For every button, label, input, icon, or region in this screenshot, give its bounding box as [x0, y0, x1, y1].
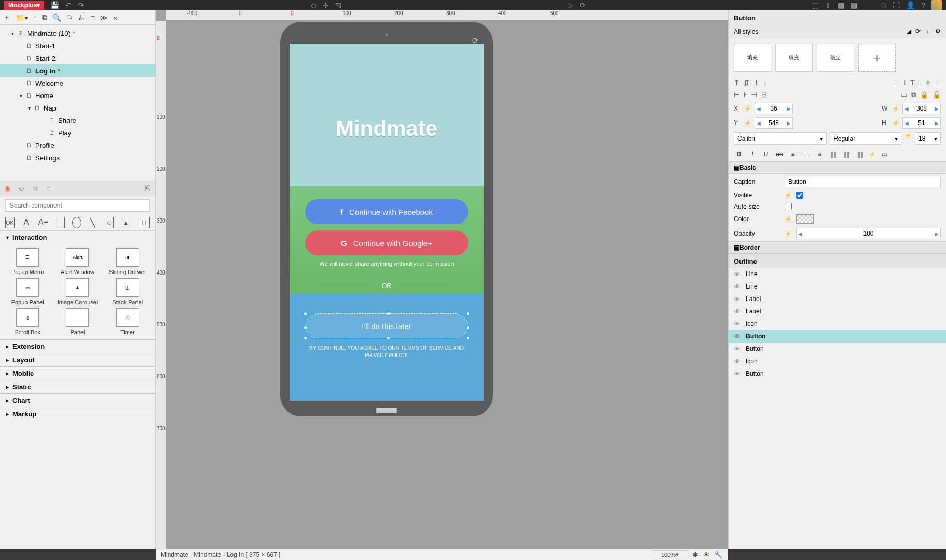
align-left-text-icon[interactable]: ≡	[788, 149, 798, 159]
tree-item-start1[interactable]: 🗋Start-1	[0, 39, 155, 52]
search-input[interactable]	[5, 199, 150, 212]
align-down-icon[interactable]: ↓	[763, 79, 767, 87]
device-screen[interactable]: ●●○○○ 中国移动 ᯤ 9:57 AM ⚙ ● ✱ 24%🔋 Mindmate…	[290, 44, 484, 401]
align-left-icon[interactable]: ⊢	[734, 91, 739, 99]
style-thumb-3[interactable]: 确定	[817, 44, 854, 72]
comp-popup-panel[interactable]: ▭Popup Panel	[4, 278, 51, 305]
section-mobile[interactable]: ▸Mobile	[0, 366, 155, 380]
print-icon[interactable]: 🖶	[78, 13, 86, 22]
expand-icon[interactable]: ⛶	[893, 1, 900, 9]
help-icon[interactable]: ?	[921, 1, 925, 9]
y-input[interactable]: ◀548▶	[755, 117, 793, 129]
save-icon[interactable]: 💾	[50, 1, 59, 9]
undo-icon[interactable]: ↶	[65, 1, 72, 9]
outline-item[interactable]: 👁Label	[729, 305, 946, 318]
text-color-icon[interactable]: ▭	[879, 149, 889, 159]
comp-image-carousel[interactable]: ▲Image Carousel	[54, 278, 101, 305]
wrench-icon[interactable]: 🔧	[714, 551, 723, 559]
grid-icon[interactable]: ▦	[838, 1, 844, 9]
tree-item-welcome[interactable]: 🗋Welcome	[0, 77, 155, 89]
mockup-later-button[interactable]: I'll do this later	[305, 313, 468, 338]
align-bottom-icon[interactable]: ⤓	[753, 79, 759, 87]
tree-root[interactable]: ▾🗎 Mindmate (10) *	[0, 27, 155, 39]
share-icon[interactable]: ⇪	[825, 1, 831, 9]
outline-item[interactable]: 👁Button	[729, 343, 946, 355]
valign-top-icon[interactable]: ‖‖	[828, 149, 839, 159]
comp-popup-menu[interactable]: ☰Popup Menu	[4, 248, 51, 275]
button-shape-icon[interactable]: OK	[5, 217, 15, 228]
style-thumb-1[interactable]: 填充	[734, 44, 771, 72]
x-input[interactable]: ◀36▶	[755, 103, 793, 114]
tree-item-settings[interactable]: 🗋Settings	[0, 152, 155, 164]
outline-item[interactable]: 👁Icon	[729, 318, 946, 330]
tree-item-home[interactable]: ▾🗋Home	[0, 89, 155, 102]
underline-icon[interactable]: U	[761, 149, 771, 159]
tab-components-icon[interactable]: ◉	[4, 184, 10, 193]
distribute-v-icon[interactable]: ⊤⊥	[910, 79, 921, 87]
tree-item-login[interactable]: 🗋Log In*	[0, 64, 155, 77]
text-shape-icon[interactable]: A	[22, 217, 31, 228]
app-logo[interactable]: Mockplus ▾	[4, 1, 44, 10]
section-interaction[interactable]: ▾Interaction	[0, 230, 155, 244]
input-shape-icon[interactable]: ⎕	[138, 217, 150, 228]
border-section[interactable]: ▣ Border	[729, 241, 946, 254]
collapse-components-icon[interactable]: ⇱	[145, 184, 151, 193]
valign-bot-icon[interactable]: ‖‖	[855, 149, 866, 159]
comp-timer[interactable]: 🕐Timer	[104, 308, 151, 335]
distribute-h-icon[interactable]: ⊢⊣	[894, 79, 906, 87]
mockup-google-button[interactable]: GContinue with Google+	[305, 230, 468, 255]
comp-scroll-box[interactable]: ▯Scroll Box	[4, 308, 51, 335]
align-center-text-icon[interactable]: ≣	[801, 149, 812, 159]
zoom-select[interactable]: 100% ▾	[652, 550, 688, 559]
align-right-icon[interactable]: ⊣	[751, 91, 757, 99]
mockup-fb-button[interactable]: fContinue with Facebook	[305, 199, 468, 224]
outline-item[interactable]: 👁Button	[729, 330, 946, 343]
unlock-icon[interactable]: 🔓	[933, 91, 941, 99]
outline-item[interactable]: 👁Button	[729, 367, 946, 380]
fill-icon[interactable]: ⊥	[935, 79, 941, 87]
corner-icon[interactable]: ◹	[335, 1, 341, 9]
section-layout[interactable]: ▸Layout	[0, 353, 155, 366]
folder-icon[interactable]: 📁▾	[16, 13, 28, 22]
style-refresh-icon[interactable]: ⟳	[915, 28, 921, 36]
h-input[interactable]: ◀51▶	[902, 117, 941, 129]
outline-item[interactable]: 👁Icon	[729, 355, 946, 367]
canvas-inner[interactable]: ⟳ ●●○○○ 中国移动 ᯤ 9:57 AM ⚙ ● ✱ 24%🔋 Mindma…	[166, 21, 728, 549]
outline-item[interactable]: 👁Line	[729, 268, 946, 280]
numbered-list-icon[interactable]: ≡	[91, 13, 95, 22]
crosshair-icon[interactable]: ✛	[323, 1, 329, 9]
tab-favorites-icon[interactable]: ☆	[32, 184, 39, 193]
add-page-icon[interactable]: ＋	[3, 13, 10, 22]
opacity-input[interactable]: ◀100▶	[796, 228, 941, 239]
section-extension[interactable]: ▸Extension	[0, 339, 155, 353]
up-icon[interactable]: ↑	[33, 13, 37, 22]
style-add-icon[interactable]: ＋	[925, 28, 931, 36]
align-top-icon[interactable]: ⤒	[734, 79, 739, 87]
bold-icon[interactable]: B	[734, 149, 744, 159]
rect-shape-icon[interactable]	[56, 217, 65, 228]
align-hcenter-icon[interactable]: ⊦	[744, 91, 747, 99]
valign-mid-icon[interactable]: ‖‖	[842, 149, 852, 159]
circle-shape-icon[interactable]	[72, 217, 81, 228]
align-justify-icon[interactable]: ⊟	[761, 91, 767, 99]
section-static[interactable]: ▸Static	[0, 380, 155, 393]
comp-alert-window[interactable]: AlertAlert Window	[54, 248, 101, 275]
style-thumb-2[interactable]: 填充	[775, 44, 813, 72]
ungroup-icon[interactable]: ⧉	[911, 91, 916, 99]
style-gear-icon[interactable]: ⚙	[935, 28, 941, 36]
font-weight-select[interactable]: Regular▾	[830, 132, 901, 145]
cloud-icon[interactable]: ⬚	[812, 1, 819, 9]
emoji-shape-icon[interactable]: ☺	[105, 217, 114, 228]
strike-icon[interactable]: ab	[774, 149, 785, 159]
avatar[interactable]	[931, 0, 942, 10]
outline-item[interactable]: 👁Label	[729, 293, 946, 305]
list-icon[interactable]: ▤	[851, 1, 857, 9]
tree-item-nap[interactable]: ▾🗋Nap	[0, 102, 155, 114]
comp-stack-panel[interactable]: ◫Stack Panel	[104, 278, 151, 305]
color-swatch[interactable]	[796, 214, 814, 224]
align-vcenter-icon[interactable]: ⇵	[744, 79, 749, 87]
snap-icon[interactable]: ✱	[692, 551, 698, 559]
comp-sliding-drawer[interactable]: ◨Sliding Drawer	[104, 248, 151, 275]
autosize-checkbox[interactable]	[785, 203, 792, 210]
visible-checkbox[interactable]	[796, 192, 803, 199]
